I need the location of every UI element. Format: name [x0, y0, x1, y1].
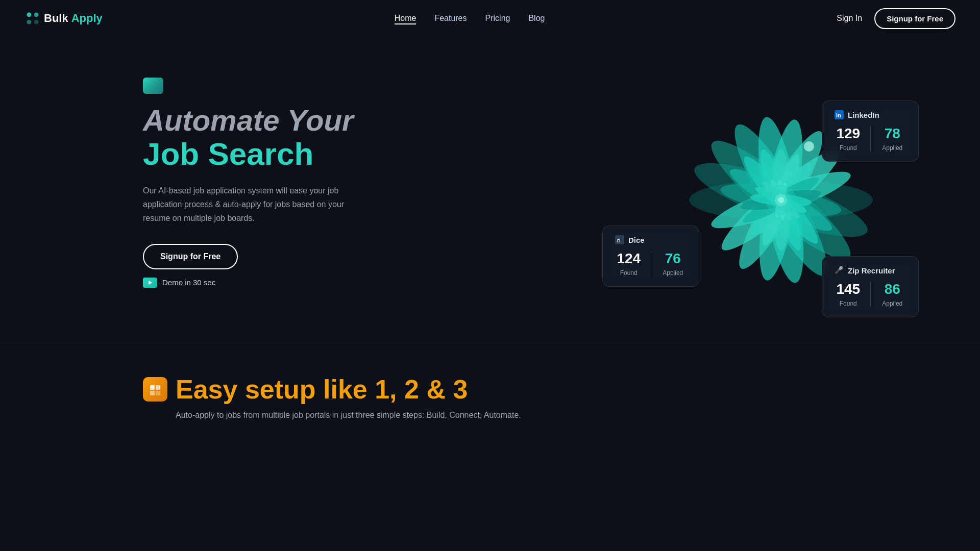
- dice-icon: D: [615, 235, 624, 244]
- ziprecruiter-applied-label: Applied: [882, 300, 902, 307]
- svg-rect-39: [156, 385, 160, 390]
- navbar: BulkApply Home Features Pricing Blog Sig…: [0, 0, 980, 37]
- svg-text:D: D: [617, 238, 621, 243]
- svg-point-33: [804, 141, 814, 152]
- dice-applied-col: 76 Applied: [659, 252, 687, 277]
- setup-header: Easy setup like 1, 2 & 3: [143, 374, 955, 405]
- linkedin-card-header: in LinkedIn: [835, 110, 906, 119]
- setup-title-prefix: Easy setup like: [176, 374, 375, 404]
- nav-links: Home Features Pricing Blog: [395, 14, 545, 23]
- dice-applied-number: 76: [659, 252, 687, 266]
- dice-card-name: Dice: [628, 236, 645, 244]
- nav-blog[interactable]: Blog: [528, 14, 545, 22]
- hero-content: Automate Your Job Search Our AI-based jo…: [143, 67, 357, 322]
- hero-section: Automate Your Job Search Our AI-based jo…: [0, 37, 980, 343]
- sign-in-button[interactable]: Sign In: [837, 14, 862, 23]
- linkedin-icon: in: [835, 110, 844, 119]
- hero-title-line1: Automate Your: [143, 104, 357, 137]
- svg-rect-40: [150, 391, 155, 395]
- linkedin-card-name: LinkedIn: [848, 111, 879, 119]
- hero-cta-group: Signup for Free Demo in 30 sec: [143, 244, 357, 288]
- ziprecruiter-icon: 🎤: [835, 266, 844, 275]
- nav-features[interactable]: Features: [434, 14, 467, 22]
- linkedin-found-number: 129: [835, 127, 862, 141]
- linkedin-found-col: 129 Found: [835, 127, 871, 152]
- nav-home[interactable]: Home: [395, 14, 416, 24]
- setup-title: Easy setup like 1, 2 & 3: [176, 374, 468, 405]
- hero-description: Our AI-based job application system will…: [143, 184, 357, 226]
- svg-point-0: [27, 12, 31, 17]
- dice-stat-values: 124 Found 76 Applied: [615, 252, 687, 277]
- svg-marker-4: [149, 281, 152, 285]
- ziprecruiter-stat-card: 🎤 Zip Recruiter 145 Found 86 Applied: [822, 256, 919, 317]
- dice-stat-card: D Dice 124 Found 76 Applied: [602, 226, 699, 287]
- svg-rect-38: [150, 385, 155, 390]
- linkedin-stat-card: in LinkedIn 129 Found 78 Applied: [822, 101, 919, 162]
- signup-nav-button[interactable]: Signup for Free: [874, 8, 955, 29]
- svg-text:in: in: [836, 112, 841, 118]
- logo-text-apply: Apply: [71, 12, 103, 25]
- svg-rect-41: [156, 391, 160, 395]
- dice-card-header: D Dice: [615, 235, 687, 244]
- linkedin-found-label: Found: [840, 144, 857, 152]
- setup-description: Auto-apply to jobs from multiple job por…: [176, 411, 955, 420]
- ziprecruiter-found-number: 145: [835, 282, 862, 296]
- setup-section: Easy setup like 1, 2 & 3 Auto-apply to j…: [0, 343, 980, 440]
- svg-point-3: [34, 20, 39, 24]
- setup-badge-icon: [143, 377, 167, 402]
- nav-actions: Sign In Signup for Free: [837, 8, 955, 29]
- dice-found-label: Found: [620, 269, 638, 277]
- ziprecruiter-found-label: Found: [840, 300, 857, 307]
- logo-text-bulk: Bulk: [44, 12, 68, 25]
- ziprecruiter-card-header: 🎤 Zip Recruiter: [835, 266, 906, 275]
- logo[interactable]: BulkApply: [24, 10, 103, 27]
- demo-play-icon: [143, 278, 157, 288]
- ziprecruiter-applied-col: 86 Applied: [879, 282, 906, 308]
- ziprecruiter-stat-values: 145 Found 86 Applied: [835, 282, 906, 308]
- signup-hero-button[interactable]: Signup for Free: [143, 244, 238, 269]
- svg-point-32: [778, 197, 784, 203]
- hero-title-line2: Job Search: [143, 137, 357, 171]
- ziprecruiter-card-name: Zip Recruiter: [848, 266, 895, 275]
- linkedin-stat-values: 129 Found 78 Applied: [835, 127, 906, 152]
- linkedin-applied-col: 78 Applied: [879, 127, 906, 152]
- dice-found-number: 124: [615, 252, 643, 266]
- dice-found-col: 124 Found: [615, 252, 651, 277]
- linkedin-applied-label: Applied: [882, 144, 902, 152]
- ziprecruiter-applied-number: 86: [879, 282, 906, 296]
- dice-applied-label: Applied: [663, 269, 683, 277]
- svg-point-2: [27, 20, 31, 24]
- setup-title-numbers: 1, 2 & 3: [375, 374, 468, 404]
- svg-point-1: [34, 12, 39, 17]
- ziprecruiter-found-col: 145 Found: [835, 282, 871, 308]
- demo-label: Demo in 30 sec: [162, 278, 215, 287]
- hero-icon-decoration: [143, 78, 163, 94]
- nav-pricing[interactable]: Pricing: [485, 14, 510, 22]
- linkedin-applied-number: 78: [879, 127, 906, 141]
- demo-link[interactable]: Demo in 30 sec: [143, 278, 357, 288]
